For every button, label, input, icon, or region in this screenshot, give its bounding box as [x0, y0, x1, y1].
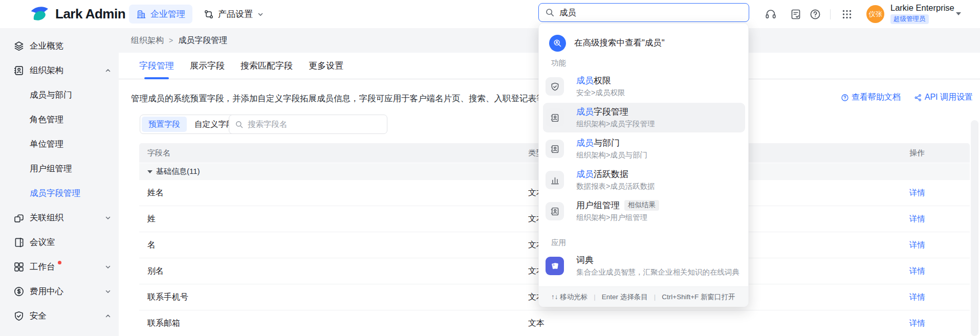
result-path: 组织架构>成员字段管理: [576, 119, 655, 129]
help-question-icon[interactable]: [809, 8, 821, 20]
sidebar-item-security[interactable]: 安全: [0, 304, 119, 328]
result-title: 权限: [594, 75, 611, 86]
result-title-highlight: 成员: [576, 106, 594, 117]
user-menu-chevron-icon[interactable]: [956, 12, 961, 15]
nav-product-settings[interactable]: 产品设置: [204, 5, 264, 24]
breadcrumb-parent[interactable]: 组织架构: [131, 35, 164, 46]
detail-link[interactable]: 详情: [909, 266, 925, 277]
result-title: 词典: [576, 255, 594, 265]
chevron-down-icon: [104, 214, 112, 221]
sidebar-label: 单位管理: [30, 139, 63, 150]
logo-text: Lark Admin: [55, 6, 125, 22]
support-headset-icon[interactable]: [765, 8, 777, 20]
result-path: 数据报表>成员活跃数据: [576, 182, 655, 191]
tab-display-fields[interactable]: 展示字段: [190, 53, 225, 79]
detail-link[interactable]: 详情: [909, 292, 925, 303]
caret-down-icon: [147, 170, 153, 173]
tab-label: 搜索匹配字段: [241, 60, 293, 72]
tab-more-settings[interactable]: 更多设置: [309, 53, 343, 79]
feedback-clipboard-icon[interactable]: [790, 8, 802, 20]
tab-label: 字段管理: [139, 60, 174, 72]
sidebar-item-member-field-management[interactable]: 成员字段管理: [0, 181, 119, 206]
sidebar-item-expense-center[interactable]: 费用中心: [0, 279, 119, 304]
contact-card-icon: [546, 108, 564, 127]
tab-field-management[interactable]: 字段管理: [139, 53, 174, 79]
nav-enterprise-management[interactable]: 企业管理: [129, 5, 192, 24]
contact-book-icon: [13, 65, 25, 76]
search-result-member-activity-data[interactable]: 成员活跃数据 数据报表>成员活跃数据: [543, 165, 745, 195]
help-doc-link[interactable]: 查看帮助文档: [841, 92, 901, 103]
sidebar-item-user-group-management[interactable]: 用户组管理: [0, 156, 119, 181]
chevron-down-icon: [104, 263, 112, 271]
user-avatar[interactable]: 仪张: [866, 5, 884, 23]
search-result-user-group-management[interactable]: 用户组管理 相似结果 组织架构>用户组管理: [543, 196, 745, 226]
sidebar-label: 成员字段管理: [30, 188, 80, 199]
contact-card-icon: [546, 202, 564, 220]
api-settings-label: API 调用设置: [925, 92, 973, 103]
advanced-search-icon: [549, 35, 566, 52]
sidebar-item-role-management[interactable]: 角色管理: [0, 107, 119, 132]
result-title: 字段管理: [594, 106, 628, 117]
preset-fields-chip[interactable]: 预置字段: [142, 117, 187, 132]
field-name-cell: 联系邮箱: [139, 318, 180, 329]
search-dropdown-footer: ↑↓ 移动光标 | Enter 选择条目 | Ctrl+Shift+F 新窗口打…: [539, 286, 748, 307]
sidebar-item-company-overview[interactable]: 企业概览: [0, 34, 119, 58]
field-search-wrapper[interactable]: [229, 115, 387, 134]
sidebar-item-workplace[interactable]: 工作台: [0, 255, 119, 279]
role-badge: 超级管理员: [890, 14, 929, 24]
sidebar-label: 关联组织: [30, 212, 63, 223]
col-header-action: 操作: [909, 148, 925, 158]
hint-move-cursor: ↑↓ 移动光标: [551, 293, 587, 302]
advanced-search-row[interactable]: 在高级搜索中查看"成员": [549, 31, 665, 55]
sidebar-item-meeting-rooms[interactable]: 会议室: [0, 230, 119, 255]
api-settings-link[interactable]: API 调用设置: [914, 92, 973, 103]
detail-link[interactable]: 详情: [909, 318, 925, 329]
group-label: 基础信息(11): [156, 167, 200, 176]
detail-link[interactable]: 详情: [909, 240, 925, 251]
advanced-search-label: 在高级搜索中查看"成员": [574, 37, 665, 49]
sidebar-label: 角色管理: [30, 114, 63, 125]
lark-admin-logo[interactable]: Lark Admin: [30, 4, 125, 24]
result-path: 组织架构>成员与部门: [576, 150, 647, 160]
hint-select-entry: Enter 选择条目: [602, 293, 648, 302]
tab-search-match-fields[interactable]: 搜索匹配字段: [241, 53, 293, 79]
sidebar-label: 会议室: [30, 237, 55, 248]
door-icon: [13, 237, 25, 248]
apps-grid-icon[interactable]: [841, 8, 853, 20]
sidebar-label: 费用中心: [30, 286, 63, 297]
search-result-dictionary-app[interactable]: 词典 集合企业成员智慧，汇聚企业相关知识的在线词典: [543, 251, 745, 281]
sidebar-item-unit-management[interactable]: 单位管理: [0, 132, 119, 156]
top-header: Lark Admin 企业管理 产品设置: [0, 0, 980, 28]
contact-card-icon: [546, 140, 564, 158]
global-search-input-wrapper[interactable]: [538, 3, 749, 22]
scrollbar[interactable]: [971, 120, 978, 336]
sidebar-item-members-departments[interactable]: 成员与部门: [0, 83, 119, 107]
detail-link[interactable]: 详情: [909, 214, 925, 225]
lark-logo-icon: [30, 4, 50, 24]
page-description: 管理成员的系统预置字段，并添加自定义字段拓展成员信息，字段可应用于客户端名片页、…: [131, 93, 562, 104]
search-result-member-field-management[interactable]: 成员字段管理 组织架构>成员字段管理: [543, 103, 745, 132]
shield-check-icon: [546, 77, 564, 96]
result-title-highlight: 成员: [576, 169, 594, 180]
field-type-cell: 文本: [528, 318, 545, 329]
shield-check-icon: [13, 310, 25, 322]
sidebar-item-linked-org[interactable]: 关联组织: [0, 206, 119, 230]
similar-result-badge: 相似结果: [624, 200, 659, 211]
detail-link[interactable]: 详情: [909, 188, 925, 198]
linked-squares-icon: [13, 212, 25, 223]
help-circle-icon: [841, 94, 849, 102]
hint-separator: |: [654, 293, 656, 301]
col-header-field-name: 字段名: [139, 148, 170, 158]
tenant-name: Larkie Enterprise: [890, 3, 954, 13]
product-settings-icon: [204, 9, 214, 19]
result-title-highlight: 成员: [576, 75, 594, 86]
search-result-members-departments[interactable]: 成员与部门 组织架构>成员与部门: [543, 134, 745, 164]
sidebar-item-org-structure[interactable]: 组织架构: [0, 58, 119, 83]
notification-dot: [58, 261, 61, 264]
global-search-input[interactable]: [559, 8, 743, 17]
sidebar-label: 企业概览: [30, 40, 63, 52]
search-result-member-permissions[interactable]: 成员权限 安全>成员权限: [543, 72, 745, 101]
field-search-input[interactable]: [248, 120, 381, 129]
sidebar-nav: 企业概览 组织架构 成员与部门 角色管理 单位管理 用户组管理 成员字段管理 关…: [0, 28, 119, 336]
search-icon: [545, 8, 555, 17]
